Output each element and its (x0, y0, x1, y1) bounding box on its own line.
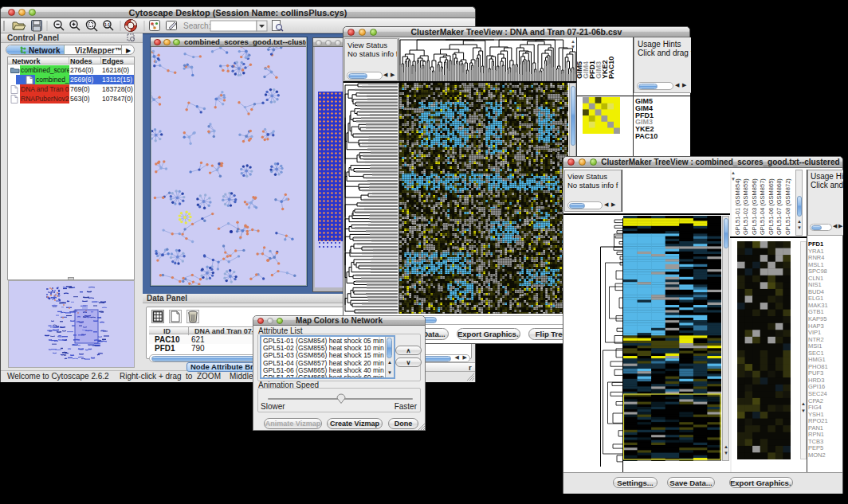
svg-text:GPL51-08 (GSM872): GPL51-08 (GSM872) (784, 178, 791, 235)
svg-text:1:1: 1:1 (104, 22, 110, 27)
svg-text:GPL51-06 (GSM865): GPL51-06 (GSM865) (768, 178, 775, 235)
svg-text:Search:: Search: (183, 21, 210, 30)
svg-text:GPL51-02 (GSM855): GPL51-02 (GSM855) (742, 178, 749, 235)
svg-text:GPL51-01 (GSM854): GPL51-01 (GSM854) (734, 178, 741, 235)
svg-text:PAC10: PAC10 (607, 57, 615, 79)
svg-text:GPL51-04 (GSM857): GPL51-04 (GSM857) (759, 178, 766, 235)
svg-text:GPL51-07 (GSM868): GPL51-07 (GSM868) (775, 178, 783, 235)
svg-text:GPL51-03 (GSM856): GPL51-03 (GSM856) (751, 178, 758, 235)
